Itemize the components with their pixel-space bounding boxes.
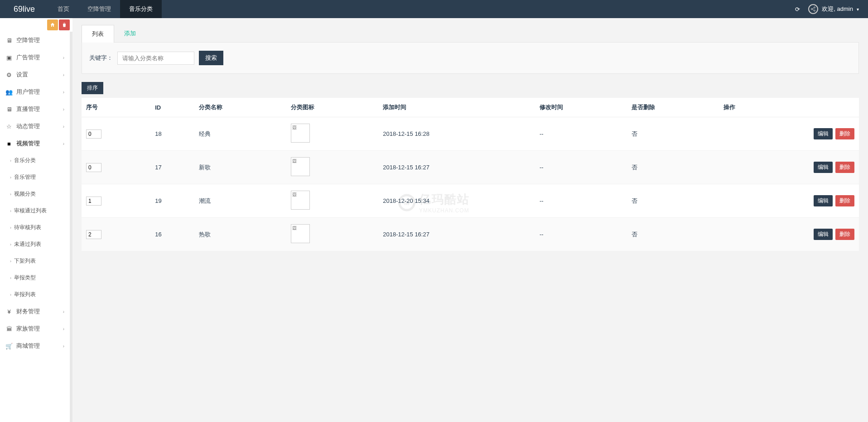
cell-id: 18: [150, 117, 194, 151]
cell-add-time: 2018-12-20 15:34: [378, 184, 535, 218]
topnav-item-music-category[interactable]: 音乐分类: [120, 0, 162, 18]
sidebar-item[interactable]: ▣ 广告管理›: [0, 49, 70, 66]
sidebar-item-icon: 🖥: [5, 37, 13, 44]
main-content: 列表 添加 关键字： 搜索 排序 序号 ID 分类名称 分类图标 添加时间 修改…: [72, 18, 868, 422]
sidebar-subitem[interactable]: ›举报列表: [0, 286, 70, 303]
edit-button[interactable]: 编辑: [814, 162, 833, 173]
delete-button[interactable]: 删除: [835, 162, 854, 173]
category-table: 序号 ID 分类名称 分类图标 添加时间 修改时间 是否删除 操作 18 经典 …: [82, 98, 859, 251]
order-input[interactable]: [86, 230, 101, 239]
svg-point-2: [814, 10, 815, 11]
sidebar-item[interactable]: 🛒 商城管理›: [0, 337, 70, 355]
content-tabs: 列表 添加: [82, 25, 859, 43]
chevron-right-icon: ›: [63, 55, 64, 60]
broken-image-icon: [291, 191, 310, 210]
svg-line-4: [813, 10, 814, 10]
sidebar-subitem[interactable]: ›视频分类: [0, 186, 70, 202]
sidebar-item[interactable]: ☆ 动态管理›: [0, 118, 70, 135]
cell-add-time: 2018-12-15 16:27: [378, 151, 535, 184]
tab-add[interactable]: 添加: [114, 25, 146, 43]
th-icon: 分类图标: [286, 98, 378, 117]
sidebar-item-icon: ⚙: [5, 72, 13, 78]
user-welcome: 欢迎, admin: [822, 5, 853, 13]
edit-button[interactable]: 编辑: [814, 195, 833, 206]
topnav-item-airdrop[interactable]: 空降管理: [78, 0, 120, 18]
sidebar-item-icon: ■: [5, 140, 13, 147]
broken-image-icon: [291, 224, 310, 243]
tab-list[interactable]: 列表: [82, 25, 114, 43]
sidebar-item-label: 财务管理: [16, 307, 40, 316]
sidebar-subitem[interactable]: ›待审核列表: [0, 219, 70, 236]
chevron-right-icon: ›: [10, 225, 11, 230]
topnav-menu: 首页 空降管理 音乐分类: [48, 0, 162, 18]
user-menu[interactable]: 欢迎, admin ▾: [808, 4, 859, 14]
delete-button[interactable]: 删除: [835, 195, 854, 206]
caret-down-icon: ▾: [857, 7, 859, 12]
sidebar-item[interactable]: 🖥 空降管理: [0, 32, 70, 49]
sidebar-subitem[interactable]: ›音乐分类: [0, 152, 70, 169]
sidebar-item-label: 设置: [16, 71, 28, 79]
sort-button[interactable]: 排序: [82, 82, 103, 94]
sidebar-item[interactable]: ⚙ 设置›: [0, 66, 70, 83]
search-panel: 关键字： 搜索: [82, 42, 859, 74]
order-input[interactable]: [86, 197, 101, 206]
sidebar-item-icon: 👥: [5, 89, 13, 96]
sidebar-subitem[interactable]: ›举报类型: [0, 269, 70, 286]
th-mod-time: 修改时间: [535, 98, 627, 117]
delete-button[interactable]: 删除: [835, 229, 854, 240]
order-input[interactable]: [86, 129, 101, 139]
sidebar-item[interactable]: ¥ 财务管理›: [0, 303, 70, 320]
sidebar-item[interactable]: 🏛 家族管理›: [0, 320, 70, 337]
broken-image-icon: [291, 157, 310, 176]
cell-actions: 编辑 删除: [719, 117, 859, 151]
topnav-right: ⟳ 欢迎, admin ▾: [795, 4, 868, 14]
cell-name: 新歌: [194, 151, 286, 184]
sidebar-item[interactable]: 👥 用户管理›: [0, 83, 70, 101]
cell-mod-time: --: [535, 218, 627, 251]
trash-button[interactable]: [59, 19, 70, 30]
cell-icon: [286, 151, 378, 184]
delete-button[interactable]: 删除: [835, 128, 854, 139]
cell-mod-time: --: [535, 117, 627, 151]
sidebar-item-icon: ¥: [5, 308, 13, 315]
chevron-right-icon: ›: [63, 90, 64, 95]
sidebar-item-icon: 🏛: [5, 326, 13, 332]
svg-point-1: [811, 9, 813, 10]
cell-id: 17: [150, 151, 194, 184]
sidebar-item[interactable]: ■ 视频管理›: [0, 135, 70, 152]
cell-name: 热歌: [194, 218, 286, 251]
sidebar-top-buttons: [0, 18, 72, 32]
refresh-icon[interactable]: ⟳: [795, 6, 800, 13]
search-button[interactable]: 搜索: [199, 51, 223, 65]
search-label: 关键字：: [89, 54, 113, 62]
top-nav: 69live 首页 空降管理 音乐分类 ⟳ 欢迎, admin ▾: [0, 0, 868, 18]
sidebar-subitem[interactable]: ›审核通过列表: [0, 202, 70, 219]
topnav-item-home[interactable]: 首页: [48, 0, 78, 18]
cell-name: 经典: [194, 117, 286, 151]
search-input[interactable]: [117, 52, 194, 65]
cell-actions: 编辑 删除: [719, 218, 859, 251]
chevron-right-icon: ›: [63, 124, 64, 129]
chevron-right-icon: ›: [10, 209, 11, 213]
sidebar-item-icon: ☆: [5, 123, 13, 130]
sidebar-subitem[interactable]: ›下架列表: [0, 253, 70, 269]
edit-button[interactable]: 编辑: [814, 229, 833, 240]
cell-deleted: 否: [627, 117, 719, 151]
sidebar: 🖥 空降管理▣ 广告管理›⚙ 设置›👥 用户管理›🖥 直播管理›☆ 动态管理›■…: [0, 32, 72, 422]
order-input[interactable]: [86, 163, 101, 172]
chevron-right-icon: ›: [10, 242, 11, 247]
cell-add-time: 2018-12-15 16:27: [378, 218, 535, 251]
chevron-right-icon: ›: [10, 192, 11, 197]
edit-button[interactable]: 编辑: [814, 128, 833, 139]
sidebar-subitem[interactable]: ›未通过列表: [0, 236, 70, 253]
table-row: 16 热歌 2018-12-15 16:27 -- 否 编辑 删除: [82, 218, 859, 251]
cell-deleted: 否: [627, 218, 719, 251]
chevron-right-icon: ›: [63, 72, 64, 77]
th-order: 序号: [82, 98, 150, 117]
cell-icon: [286, 218, 378, 251]
sidebar-subitem[interactable]: ›音乐管理: [0, 169, 70, 186]
cell-actions: 编辑 删除: [719, 151, 859, 184]
home-button[interactable]: [47, 19, 58, 30]
table-row: 19 潮流 2018-12-20 15:34 -- 否 编辑 删除: [82, 184, 859, 218]
sidebar-item[interactable]: 🖥 直播管理›: [0, 101, 70, 118]
